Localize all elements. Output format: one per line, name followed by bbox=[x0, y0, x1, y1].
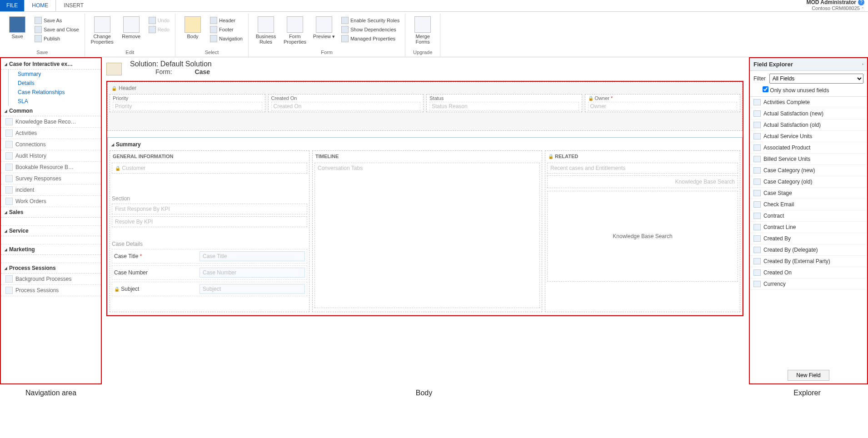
nav-process-header[interactable]: Process Sessions bbox=[1, 263, 101, 274]
first-response-kpi-field[interactable]: First Response By KPI bbox=[112, 204, 307, 214]
field-explorer-item[interactable]: Currency bbox=[750, 279, 867, 290]
nav-item[interactable]: Connections bbox=[1, 139, 101, 150]
related-column[interactable]: 🔒 RELATED Recent cases and Entitlements … bbox=[545, 150, 740, 312]
only-unused-checkbox[interactable]: Only show unused fields bbox=[763, 87, 829, 94]
nav-item[interactable]: Bookable Resource B… bbox=[1, 162, 101, 173]
publish-icon bbox=[35, 35, 42, 42]
show-dependencies-button[interactable]: Show Dependencies bbox=[340, 25, 400, 34]
collapse-icon[interactable]: ◢ bbox=[111, 143, 114, 147]
header-field[interactable]: 🔒 Owner *Owner bbox=[585, 94, 741, 112]
field-explorer-item[interactable]: Created On bbox=[750, 267, 867, 279]
nav-sales-header[interactable]: Sales bbox=[1, 207, 101, 218]
field-explorer-item[interactable]: Case Category (new) bbox=[750, 165, 867, 176]
remove-button[interactable]: Remove bbox=[119, 15, 144, 49]
footer-button[interactable]: Footer bbox=[209, 25, 244, 34]
field-icon bbox=[753, 269, 761, 276]
form-field-row[interactable]: Case Title *Case Title bbox=[112, 249, 307, 264]
field-explorer-item[interactable]: Created By (External Party) bbox=[750, 256, 867, 267]
annotation-nav: Navigation area bbox=[0, 389, 102, 397]
timeline-placeholder[interactable]: Conversation Tabs bbox=[314, 163, 540, 308]
save-button[interactable]: Save bbox=[5, 15, 30, 49]
header-field[interactable]: Created OnCreated On bbox=[268, 94, 424, 112]
nav-details[interactable]: Details bbox=[9, 79, 101, 88]
form-header-section[interactable]: 🔒Header PriorityPriorityCreated OnCreate… bbox=[107, 82, 743, 131]
filter-select[interactable]: All Fields bbox=[769, 74, 863, 84]
customer-field[interactable]: 🔒 Customer bbox=[112, 163, 307, 174]
header-button[interactable]: Header bbox=[209, 16, 244, 25]
field-explorer-item[interactable]: Case Stage bbox=[750, 188, 867, 199]
nav-item[interactable]: incident bbox=[1, 184, 101, 196]
chevron-up-icon[interactable]: ⌃ bbox=[861, 7, 864, 11]
field-explorer-item[interactable]: Actual Satisfaction (old) bbox=[750, 119, 867, 131]
field-explorer-item[interactable]: Associated Product bbox=[750, 142, 867, 154]
form-field-row[interactable]: 🔒 SubjectSubject bbox=[112, 282, 307, 296]
nav-service-header[interactable]: Service bbox=[1, 226, 101, 236]
header-field[interactable]: PriorityPriority bbox=[110, 94, 265, 112]
field-explorer-item[interactable]: Check Email bbox=[750, 199, 867, 210]
save-as-button[interactable]: Save As bbox=[34, 16, 80, 25]
redo-icon bbox=[149, 26, 156, 33]
nav-item[interactable]: Background Processes bbox=[1, 274, 101, 285]
kb-search-placeholder[interactable]: Knowledge Base Search bbox=[547, 175, 738, 188]
tab-insert[interactable]: INSERT bbox=[56, 0, 91, 11]
field-explorer-item[interactable]: Billed Service Units bbox=[750, 154, 867, 165]
preview-button[interactable]: Preview ▾ bbox=[311, 15, 337, 49]
field-explorer-item[interactable]: Actual Satisfaction (new) bbox=[750, 108, 867, 119]
publish-button[interactable]: Publish bbox=[34, 35, 80, 43]
field-icon bbox=[753, 144, 761, 151]
merge-icon bbox=[414, 16, 431, 33]
tab-file[interactable]: FILE bbox=[0, 0, 24, 11]
nav-sla[interactable]: SLA bbox=[9, 97, 101, 106]
field-explorer-item[interactable]: Contract bbox=[750, 210, 867, 222]
navigation-icon bbox=[210, 35, 217, 42]
navigation-button[interactable]: Navigation bbox=[209, 35, 244, 43]
nav-item[interactable]: Process Sessions bbox=[1, 285, 101, 296]
nav-item[interactable]: Audit History bbox=[1, 150, 101, 162]
body-button[interactable]: Body bbox=[180, 15, 205, 49]
new-field-button[interactable]: New Field bbox=[788, 370, 829, 381]
header-field[interactable]: StatusStatus Reason bbox=[426, 94, 582, 112]
nav-item[interactable]: Work Orders bbox=[1, 196, 101, 207]
nav-item[interactable]: Knowledge Base Reco… bbox=[1, 116, 101, 128]
nav-case-relationships[interactable]: Case Relationships bbox=[9, 88, 101, 97]
ribbon-group-upgrade: Upgrade bbox=[413, 49, 432, 57]
nav-item[interactable]: Activities bbox=[1, 128, 101, 139]
merge-forms-button[interactable]: Merge Forms bbox=[410, 15, 435, 49]
undo-button[interactable]: Undo bbox=[148, 16, 170, 25]
rules-icon bbox=[258, 16, 274, 33]
field-explorer-item[interactable]: Contract Line bbox=[750, 222, 867, 233]
nav-summary[interactable]: Summary bbox=[9, 70, 101, 79]
nav-marketing-header[interactable]: Marketing bbox=[1, 244, 101, 255]
nav-item-icon bbox=[5, 164, 13, 171]
chevron-right-icon[interactable]: › bbox=[862, 62, 863, 66]
lock-icon: 🔒 bbox=[111, 86, 117, 91]
field-explorer-item[interactable]: Created By (Delegate) bbox=[750, 244, 867, 256]
summary-title: Summary bbox=[116, 141, 141, 148]
change-properties-button[interactable]: Change Properties bbox=[90, 15, 115, 49]
field-explorer-item[interactable]: Actual Service Units bbox=[750, 131, 867, 142]
kb-search-section[interactable]: Knowledge Base Search bbox=[547, 191, 738, 282]
form-field-row[interactable]: Case NumberCase Number bbox=[112, 265, 307, 280]
ribbon-group-save: Save bbox=[36, 49, 48, 57]
tab-home[interactable]: HOME bbox=[24, 0, 56, 11]
nav-case-header[interactable]: Case for Interactive ex… bbox=[1, 59, 101, 70]
summary-tab-section[interactable]: ◢ Summary GENERAL INFORMATION 🔒 Customer… bbox=[107, 137, 743, 315]
enable-security-roles-button[interactable]: Enable Security Roles bbox=[340, 16, 400, 25]
managed-properties-button[interactable]: Managed Properties bbox=[340, 35, 400, 43]
help-icon[interactable]: ? bbox=[858, 0, 864, 5]
nav-common-header[interactable]: Common bbox=[1, 106, 101, 116]
timeline-column[interactable]: TIMELINE Conversation Tabs bbox=[312, 150, 542, 312]
field-explorer-item[interactable]: Case Category (old) bbox=[750, 176, 867, 188]
resolve-by-kpi-field[interactable]: Resolve By KPI bbox=[112, 216, 307, 227]
save-close-button[interactable]: Save and Close bbox=[34, 25, 80, 34]
recent-cases-field[interactable]: Recent cases and Entitlements bbox=[547, 163, 738, 174]
lock-icon: 🔒 bbox=[588, 96, 594, 101]
general-info-column[interactable]: GENERAL INFORMATION 🔒 Customer Section F… bbox=[110, 150, 309, 312]
business-rules-button[interactable]: Business Rules bbox=[253, 15, 279, 49]
form-body-canvas[interactable]: 🔒Header PriorityPriorityCreated OnCreate… bbox=[106, 81, 743, 316]
form-properties-button[interactable]: Form Properties bbox=[282, 15, 308, 49]
field-explorer-item[interactable]: Activities Complete bbox=[750, 97, 867, 108]
field-explorer-item[interactable]: Created By bbox=[750, 233, 867, 244]
redo-button[interactable]: Redo bbox=[148, 25, 170, 34]
nav-item[interactable]: Survey Responses bbox=[1, 173, 101, 184]
